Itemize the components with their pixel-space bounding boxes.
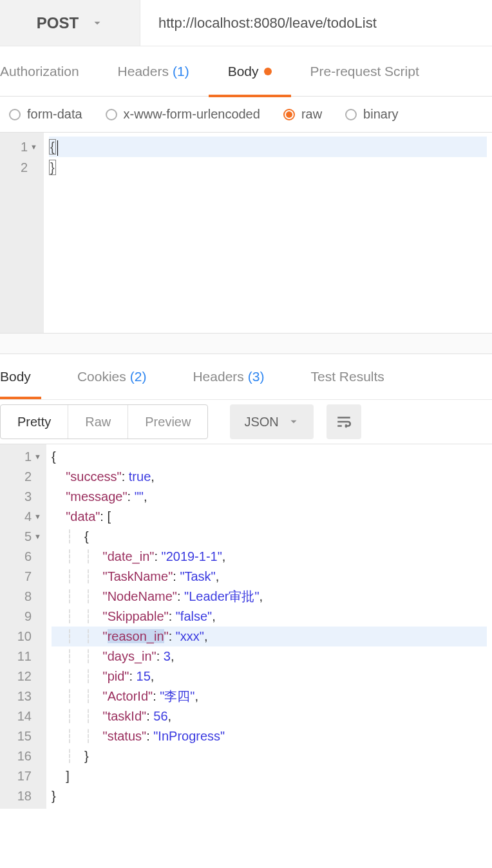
editor-code-area[interactable]: { } [44, 133, 492, 333]
pane-divider[interactable] [0, 334, 492, 354]
request-body-editor[interactable]: 1▼ 2 { } [0, 133, 492, 334]
format-raw-button[interactable]: Raw [68, 405, 128, 439]
chevron-down-icon [91, 17, 103, 29]
code-line: ┆ ┆ "taskId": 56, [52, 706, 487, 726]
response-code-area[interactable]: { "success": true, "message": "", "data"… [46, 444, 492, 809]
code-line: ┆ ┆ "TaskName": "Task", [52, 567, 487, 587]
request-url-input[interactable]: http://localhost:8080/leave/todoList [140, 0, 492, 46]
code-line: ┆ ┆ "Skippable": "false", [52, 607, 487, 627]
format-preview-button[interactable]: Preview [128, 405, 207, 439]
format-pretty-button[interactable]: Pretty [1, 405, 68, 439]
code-line: } [52, 786, 487, 806]
resp-tab-cookies[interactable]: Cookies(2) [54, 354, 170, 399]
request-tabs: Authorization Headers(1) Body Pre-reques… [0, 46, 492, 97]
chevron-down-icon [288, 416, 299, 428]
resp-tab-testresults[interactable]: Test Results [287, 354, 407, 399]
editor-gutter: 1▼ 2 [0, 133, 44, 333]
response-body-editor[interactable]: 1▼234▼5▼6789101112131415161718 { "succes… [0, 444, 492, 809]
resp-tab-headers[interactable]: Headers(3) [169, 354, 287, 399]
code-line: ┆ ┆ "status": "InProgress" [52, 726, 487, 746]
code-line: ┆ ┆ "date_in": "2019-1-1", [52, 547, 487, 567]
tab-prerequest[interactable]: Pre-request Script [291, 46, 439, 97]
code-line: "data": [ [52, 507, 487, 527]
radio-icon [283, 109, 295, 120]
wrap-lines-button[interactable] [326, 404, 361, 439]
dot-indicator-icon [264, 68, 272, 75]
fold-arrow-icon: ▼ [30, 137, 37, 157]
radio-form-data[interactable]: form-data [9, 107, 82, 122]
code-line: ┆ { [52, 527, 487, 547]
resp-tab-body[interactable]: Body [0, 354, 54, 399]
tab-authorization[interactable]: Authorization [0, 46, 99, 97]
fold-arrow-icon: ▼ [34, 447, 41, 467]
code-line: ┆ ┆ "ActorId": "李四", [52, 686, 487, 706]
response-format-bar: Pretty Raw Preview JSON [0, 399, 492, 444]
request-url-text: http://localhost:8080/leave/todoList [158, 15, 377, 32]
code-line: "message": "", [52, 487, 487, 507]
code-line: ] [52, 766, 487, 786]
wrap-icon [336, 413, 352, 430]
code-line: "success": true, [52, 467, 487, 487]
code-line: ┆ ┆ "NodeName": "Leader审批", [52, 587, 487, 607]
radio-raw[interactable]: raw [283, 107, 322, 122]
code-line: ┆ ┆ "reason_in": "xxx", [52, 627, 487, 646]
response-tabs: Body Cookies(2) Headers(3) Test Results [0, 354, 492, 399]
response-type-select[interactable]: JSON [230, 404, 313, 439]
code-line: ┆ } [52, 746, 487, 766]
radio-urlencoded[interactable]: x-www-form-urlencoded [106, 107, 260, 122]
tab-headers[interactable]: Headers(1) [99, 46, 209, 97]
radio-icon [9, 109, 21, 120]
code-line: ┆ ┆ "days_in": 3, [52, 646, 487, 666]
tab-body[interactable]: Body [209, 46, 291, 97]
radio-binary[interactable]: binary [345, 107, 398, 122]
body-type-radios: form-data x-www-form-urlencoded raw bina… [0, 97, 492, 133]
code-line: { [52, 447, 487, 467]
http-method-select[interactable]: POST [0, 0, 140, 46]
fold-arrow-icon: ▼ [34, 527, 41, 547]
format-mode-group: Pretty Raw Preview [0, 404, 208, 439]
radio-icon [106, 109, 117, 120]
radio-icon [345, 109, 357, 120]
response-gutter: 1▼234▼5▼6789101112131415161718 [0, 444, 46, 809]
http-method-label: POST [37, 14, 79, 32]
text-cursor [57, 140, 58, 156]
code-line: ┆ ┆ "pid": 15, [52, 666, 487, 686]
fold-arrow-icon: ▼ [34, 507, 41, 527]
